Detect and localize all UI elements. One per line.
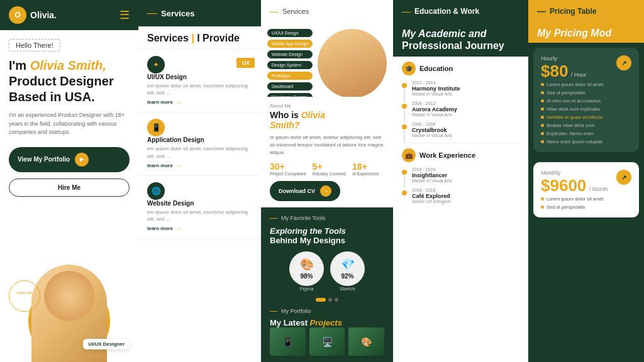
work-company-2: Café Explored bbox=[412, 193, 451, 199]
arrow-icon: → bbox=[175, 99, 182, 106]
m-feat-text-1: Lorem ipsum dolor sit amet bbox=[547, 196, 603, 202]
hourly-card: ↗ Hourly $80 / Hour Lorem ipsum dolor si… bbox=[533, 48, 639, 152]
feat-text-5: Veritatis et quasi architecto bbox=[547, 114, 603, 120]
monthly-unit: / Month bbox=[589, 186, 608, 192]
p5-header-text: Pricing Table bbox=[550, 7, 596, 16]
edu-year-3: 1996 - 2008 bbox=[412, 122, 452, 126]
monthly-feat-1: Lorem ipsum dolor sit amet bbox=[541, 196, 631, 202]
service-item-2: 📱 Application Design em ipsum dolor sit … bbox=[138, 112, 261, 175]
dot-3 bbox=[335, 298, 338, 302]
tools-title: Exploring the Tools Behind My Designs bbox=[270, 226, 384, 245]
edu-school-2: Aurora Academy bbox=[412, 106, 457, 112]
portfolio-button[interactable]: View My Portfolio ▶ bbox=[9, 147, 130, 172]
education-section-title: My Academic and Professional Journey bbox=[393, 23, 528, 57]
learn-more-1[interactable]: learn more → bbox=[147, 99, 252, 106]
tools-dash: — bbox=[270, 214, 277, 222]
hire-me-button[interactable]: Hire Me bbox=[9, 178, 130, 197]
pricing-panel: — Pricing Table My Pricing Mod ↗ Hourly … bbox=[528, 0, 644, 362]
photo-circle bbox=[318, 29, 387, 97]
edu-year-1: 2012 - 2014 bbox=[412, 80, 460, 85]
feat-text-8: Nemo enim ipsam voluptat bbox=[547, 139, 602, 145]
work-year-2: 2016 - 2018 bbox=[412, 188, 451, 192]
feat-text-7: Explicabo. Nemo enim bbox=[547, 131, 594, 136]
about-text: m ipsum dolor sit amet, ectetur adipisci… bbox=[270, 134, 384, 156]
sketch-icon: 💎 bbox=[341, 258, 355, 272]
hourly-feat-5: Veritatis et quasi architecto bbox=[541, 114, 631, 120]
monthly-arrow[interactable]: ↗ bbox=[616, 170, 631, 185]
figma-icon: 🎨 bbox=[300, 258, 314, 272]
edu-school-3: Crystalbrook bbox=[412, 127, 452, 133]
carousel-dots bbox=[270, 298, 384, 302]
edu-dot-3 bbox=[402, 124, 407, 129]
p3-services-header: — Services bbox=[261, 0, 393, 23]
p2-header-dash: — bbox=[147, 8, 157, 19]
service-item-3: 🌐 Website Design em ipsum dolor sit amet… bbox=[138, 176, 261, 239]
feat-text-6: Beatae vitae dicta sunt bbox=[547, 123, 594, 128]
feat-dot-8 bbox=[541, 140, 544, 143]
work-item-2: 2016 - 2018 Café Explored Senior UX Desi… bbox=[402, 188, 519, 204]
p4-header-text: Education & Work bbox=[414, 7, 479, 16]
hero-name: Olivia Smith, bbox=[30, 58, 106, 72]
download-cv-button[interactable]: Download CV → bbox=[270, 181, 340, 201]
thumb-inner-2: 🖥️ bbox=[309, 327, 345, 356]
learn-more-3[interactable]: learn more → bbox=[147, 225, 252, 232]
hourly-feat-7: Explicabo. Nemo enim bbox=[541, 131, 631, 136]
education-label: 🎓 Education bbox=[402, 62, 519, 75]
services-word: Services bbox=[147, 33, 189, 43]
p4-body: 🎓 Education 2012 - 2014 Harmony Institut… bbox=[393, 57, 528, 362]
circular-badge: HIRE ME· · · bbox=[9, 280, 40, 312]
education-icon: 🎓 bbox=[402, 62, 416, 75]
ui-badge: UI/UX Designer bbox=[83, 339, 130, 349]
tools-panel: — Services UX/UI Design Mobile App Desig… bbox=[261, 0, 393, 362]
hourly-feat-4: Vitae dicta sunt explicabo bbox=[541, 106, 631, 112]
learn-more-2[interactable]: learn more → bbox=[147, 162, 252, 169]
p1-logo: O Olivia. bbox=[9, 6, 57, 24]
edu-dot-1 bbox=[402, 83, 407, 88]
hourly-feat-3: At vero eos et accusamus bbox=[541, 98, 631, 104]
dot-2 bbox=[328, 298, 332, 302]
tool-figma-circle: 🎨 98% bbox=[289, 251, 324, 286]
edu-item-2: 2008 - 2012 Aurora Academy Master in Vis… bbox=[402, 101, 519, 117]
hello-badge: Hello There! bbox=[9, 39, 60, 52]
feat-dot-3 bbox=[541, 99, 544, 102]
education-panel: — Education & Work My Academic and Profe… bbox=[393, 0, 528, 362]
work-text: Work Experience bbox=[419, 151, 475, 159]
dot-1 bbox=[316, 298, 326, 302]
sketch-pct: 92% bbox=[341, 273, 353, 280]
tool-figma-group: 🎨 98% Figma bbox=[289, 251, 324, 292]
figma-name: Figma bbox=[289, 286, 324, 292]
feat-dot-1 bbox=[541, 83, 544, 86]
edu-content-2: 2008 - 2012 Aurora Academy Master in Vis… bbox=[412, 101, 457, 117]
portfolio-label: My Portfolio bbox=[281, 308, 311, 314]
services-panel: — Services Services | I Provide UX ✦ UI/… bbox=[138, 0, 261, 362]
edu-content-1: 2012 - 2014 Harmony Institute Master in … bbox=[412, 80, 460, 96]
tools-header: — My Favorite Tools bbox=[270, 214, 384, 222]
hourly-arrow[interactable]: ↗ bbox=[616, 55, 631, 70]
photo-person bbox=[318, 29, 387, 97]
stats-row: 30+ Project Completed 5+ Industry Covere… bbox=[270, 162, 384, 176]
edu-item-3: 1996 - 2008 Crystalbrook Master in Visua… bbox=[402, 122, 519, 138]
monthly-card: ↗ Monthly $9600 / Month Lorem ipsum dolo… bbox=[533, 162, 639, 217]
service-desc-3: em ipsum dolor sit amet, nsectetur adipi… bbox=[147, 209, 252, 222]
tool-sketch-circle: 💎 92% bbox=[330, 251, 365, 286]
about-section: About Me Who is OliviaSmith? m ipsum dol… bbox=[261, 97, 393, 207]
pricing-section-title: My Pricing Mod bbox=[528, 23, 644, 43]
dash-icon: — bbox=[270, 6, 279, 16]
sketch-name: Sketch bbox=[330, 286, 365, 292]
service-desc-2: em ipsum dolor sit amet, nsectetur adipi… bbox=[147, 145, 252, 159]
work-role-2: Senior UX Designer bbox=[412, 199, 451, 204]
stat-projects: 30+ Project Completed bbox=[270, 162, 306, 176]
tag-website: Website Design bbox=[267, 50, 313, 58]
work-dot-2 bbox=[402, 190, 407, 195]
feat-dot-6 bbox=[541, 124, 544, 127]
p5-header-dash: — bbox=[537, 6, 546, 16]
service-title-2: Application Design bbox=[147, 136, 252, 143]
hourly-amount: $80 bbox=[541, 62, 568, 80]
tools-grid: 🎨 98% Figma 💎 92% Sketch bbox=[270, 251, 384, 292]
hamburger-icon[interactable]: ☰ bbox=[119, 8, 130, 22]
download-icon: → bbox=[320, 185, 331, 197]
m-feat-dot-1 bbox=[541, 197, 544, 200]
feat-dot-7 bbox=[541, 132, 544, 135]
p1-body: Hello There! I'm Olivia Smith, Product D… bbox=[0, 30, 138, 362]
project-thumbnails: 📱 🖥️ 🎨 bbox=[270, 327, 384, 356]
